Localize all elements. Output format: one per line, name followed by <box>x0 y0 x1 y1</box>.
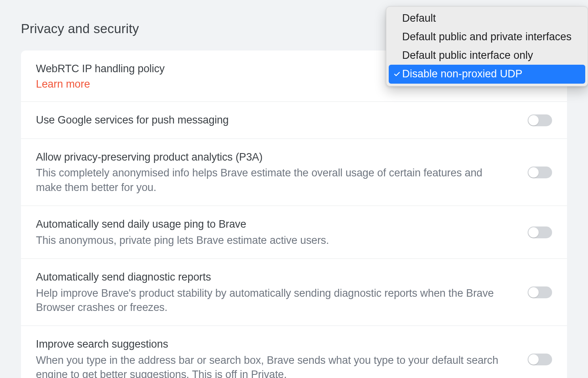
row-diag: Automatically send diagnostic reports He… <box>21 259 567 326</box>
row-search-title: Improve search suggestions <box>36 337 504 351</box>
row-p3a-text: Allow privacy-preserving product analyti… <box>36 150 528 195</box>
check-icon <box>392 71 402 78</box>
toggle-knob <box>528 227 539 238</box>
learn-more-link[interactable]: Learn more <box>36 78 90 90</box>
dropdown-item-label: Disable non-proxied UDP <box>402 66 581 82</box>
row-p3a: Allow privacy-preserving product analyti… <box>21 139 567 206</box>
row-diag-title: Automatically send diagnostic reports <box>36 270 504 284</box>
dropdown-item-label: Default public and private interfaces <box>402 29 581 45</box>
row-push-title: Use Google services for push messaging <box>36 113 504 127</box>
row-diag-desc: Help improve Brave's product stability b… <box>36 286 504 315</box>
settings-card: WebRTC IP handling policy Learn more Use… <box>21 51 567 378</box>
toggle-diag[interactable] <box>528 286 552 298</box>
row-ping-desc: This anonymous, private ping lets Brave … <box>36 233 504 247</box>
dropdown-item-public-only[interactable]: Default public interface only <box>389 46 585 65</box>
toggle-p3a[interactable] <box>528 167 552 178</box>
row-search-text: Improve search suggestions When you type… <box>36 337 528 378</box>
dropdown-item-label: Default public interface only <box>402 48 581 63</box>
row-p3a-desc: This completely anonymised info helps Br… <box>36 166 504 195</box>
row-ping-title: Automatically send daily usage ping to B… <box>36 217 504 231</box>
row-diag-text: Automatically send diagnostic reports He… <box>36 270 528 314</box>
row-search: Improve search suggestions When you type… <box>21 326 567 378</box>
toggle-push[interactable] <box>528 114 552 126</box>
toggle-search[interactable] <box>528 354 552 365</box>
dropdown-item-disable-udp[interactable]: Disable non-proxied UDP <box>389 65 585 83</box>
dropdown-item-default[interactable]: Default <box>389 9 585 28</box>
row-ping: Automatically send daily usage ping to B… <box>21 206 567 259</box>
row-p3a-title: Allow privacy-preserving product analyti… <box>36 150 504 164</box>
toggle-ping[interactable] <box>528 226 552 238</box>
row-push: Use Google services for push messaging <box>21 102 567 138</box>
toggle-knob <box>528 287 539 298</box>
webrtc-policy-dropdown[interactable]: Default Default public and private inter… <box>386 6 588 86</box>
dropdown-item-label: Default <box>402 11 581 26</box>
row-ping-text: Automatically send daily usage ping to B… <box>36 217 528 247</box>
toggle-knob <box>528 167 539 178</box>
row-search-desc: When you type in the address bar or sear… <box>36 353 504 378</box>
toggle-knob <box>528 115 539 125</box>
dropdown-item-public-private[interactable]: Default public and private interfaces <box>389 28 585 46</box>
row-push-text: Use Google services for push messaging <box>36 113 528 127</box>
toggle-knob <box>528 354 539 365</box>
